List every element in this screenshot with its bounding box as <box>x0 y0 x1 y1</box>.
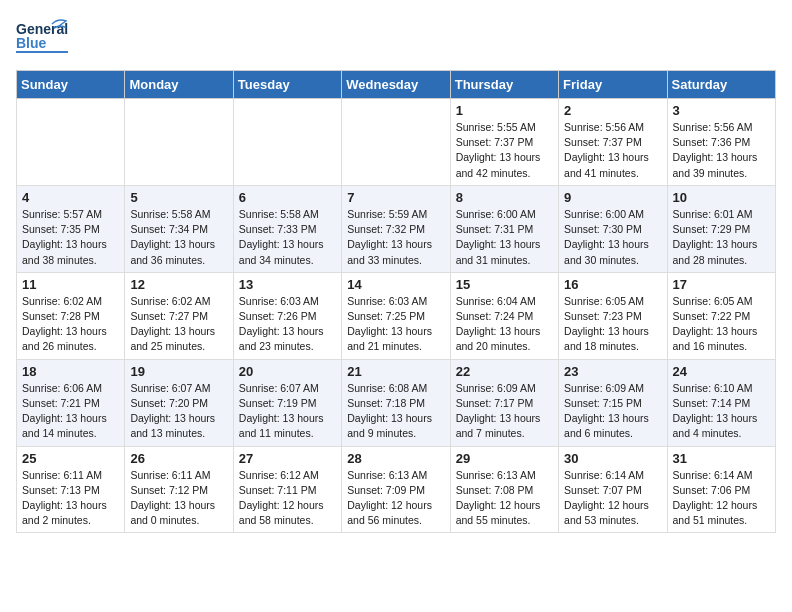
day-number: 19 <box>130 364 227 379</box>
day-info: Sunrise: 6:00 AM Sunset: 7:31 PM Dayligh… <box>456 207 553 268</box>
day-cell-2: 2Sunrise: 5:56 AM Sunset: 7:37 PM Daylig… <box>559 99 667 186</box>
day-info: Sunrise: 6:05 AM Sunset: 7:23 PM Dayligh… <box>564 294 661 355</box>
day-number: 4 <box>22 190 119 205</box>
day-cell-13: 13Sunrise: 6:03 AM Sunset: 7:26 PM Dayli… <box>233 272 341 359</box>
day-cell-19: 19Sunrise: 6:07 AM Sunset: 7:20 PM Dayli… <box>125 359 233 446</box>
day-cell-18: 18Sunrise: 6:06 AM Sunset: 7:21 PM Dayli… <box>17 359 125 446</box>
day-number: 8 <box>456 190 553 205</box>
day-cell-3: 3Sunrise: 5:56 AM Sunset: 7:36 PM Daylig… <box>667 99 775 186</box>
day-info: Sunrise: 6:13 AM Sunset: 7:09 PM Dayligh… <box>347 468 444 529</box>
day-cell-8: 8Sunrise: 6:00 AM Sunset: 7:31 PM Daylig… <box>450 185 558 272</box>
day-cell-23: 23Sunrise: 6:09 AM Sunset: 7:15 PM Dayli… <box>559 359 667 446</box>
day-number: 2 <box>564 103 661 118</box>
day-number: 1 <box>456 103 553 118</box>
day-number: 22 <box>456 364 553 379</box>
day-info: Sunrise: 5:58 AM Sunset: 7:34 PM Dayligh… <box>130 207 227 268</box>
day-info: Sunrise: 6:05 AM Sunset: 7:22 PM Dayligh… <box>673 294 770 355</box>
week-row-1: 1Sunrise: 5:55 AM Sunset: 7:37 PM Daylig… <box>17 99 776 186</box>
day-info: Sunrise: 5:57 AM Sunset: 7:35 PM Dayligh… <box>22 207 119 268</box>
day-info: Sunrise: 6:03 AM Sunset: 7:25 PM Dayligh… <box>347 294 444 355</box>
weekday-header-monday: Monday <box>125 71 233 99</box>
day-number: 6 <box>239 190 336 205</box>
day-number: 15 <box>456 277 553 292</box>
day-info: Sunrise: 5:55 AM Sunset: 7:37 PM Dayligh… <box>456 120 553 181</box>
day-number: 29 <box>456 451 553 466</box>
weekday-header-friday: Friday <box>559 71 667 99</box>
day-cell-10: 10Sunrise: 6:01 AM Sunset: 7:29 PM Dayli… <box>667 185 775 272</box>
day-number: 5 <box>130 190 227 205</box>
day-info: Sunrise: 6:07 AM Sunset: 7:19 PM Dayligh… <box>239 381 336 442</box>
page-header: General Blue <box>16 16 776 58</box>
day-cell-21: 21Sunrise: 6:08 AM Sunset: 7:18 PM Dayli… <box>342 359 450 446</box>
day-info: Sunrise: 5:58 AM Sunset: 7:33 PM Dayligh… <box>239 207 336 268</box>
day-number: 26 <box>130 451 227 466</box>
day-number: 13 <box>239 277 336 292</box>
day-info: Sunrise: 6:06 AM Sunset: 7:21 PM Dayligh… <box>22 381 119 442</box>
day-cell-5: 5Sunrise: 5:58 AM Sunset: 7:34 PM Daylig… <box>125 185 233 272</box>
calendar-table: SundayMondayTuesdayWednesdayThursdayFrid… <box>16 70 776 533</box>
day-cell-4: 4Sunrise: 5:57 AM Sunset: 7:35 PM Daylig… <box>17 185 125 272</box>
day-info: Sunrise: 6:13 AM Sunset: 7:08 PM Dayligh… <box>456 468 553 529</box>
day-info: Sunrise: 6:04 AM Sunset: 7:24 PM Dayligh… <box>456 294 553 355</box>
logo-icon: General Blue <box>16 16 68 58</box>
week-row-3: 11Sunrise: 6:02 AM Sunset: 7:28 PM Dayli… <box>17 272 776 359</box>
day-info: Sunrise: 5:56 AM Sunset: 7:37 PM Dayligh… <box>564 120 661 181</box>
week-row-5: 25Sunrise: 6:11 AM Sunset: 7:13 PM Dayli… <box>17 446 776 533</box>
week-row-2: 4Sunrise: 5:57 AM Sunset: 7:35 PM Daylig… <box>17 185 776 272</box>
day-cell-20: 20Sunrise: 6:07 AM Sunset: 7:19 PM Dayli… <box>233 359 341 446</box>
day-info: Sunrise: 5:59 AM Sunset: 7:32 PM Dayligh… <box>347 207 444 268</box>
day-cell-11: 11Sunrise: 6:02 AM Sunset: 7:28 PM Dayli… <box>17 272 125 359</box>
day-info: Sunrise: 6:14 AM Sunset: 7:06 PM Dayligh… <box>673 468 770 529</box>
day-info: Sunrise: 6:01 AM Sunset: 7:29 PM Dayligh… <box>673 207 770 268</box>
day-info: Sunrise: 6:02 AM Sunset: 7:27 PM Dayligh… <box>130 294 227 355</box>
day-cell-31: 31Sunrise: 6:14 AM Sunset: 7:06 PM Dayli… <box>667 446 775 533</box>
day-number: 17 <box>673 277 770 292</box>
day-info: Sunrise: 6:11 AM Sunset: 7:12 PM Dayligh… <box>130 468 227 529</box>
day-number: 27 <box>239 451 336 466</box>
day-number: 7 <box>347 190 444 205</box>
weekday-header-saturday: Saturday <box>667 71 775 99</box>
day-info: Sunrise: 5:56 AM Sunset: 7:36 PM Dayligh… <box>673 120 770 181</box>
day-number: 12 <box>130 277 227 292</box>
day-number: 3 <box>673 103 770 118</box>
day-number: 21 <box>347 364 444 379</box>
weekday-header-wednesday: Wednesday <box>342 71 450 99</box>
day-cell-1: 1Sunrise: 5:55 AM Sunset: 7:37 PM Daylig… <box>450 99 558 186</box>
day-cell-16: 16Sunrise: 6:05 AM Sunset: 7:23 PM Dayli… <box>559 272 667 359</box>
day-cell-26: 26Sunrise: 6:11 AM Sunset: 7:12 PM Dayli… <box>125 446 233 533</box>
day-info: Sunrise: 6:02 AM Sunset: 7:28 PM Dayligh… <box>22 294 119 355</box>
day-number: 31 <box>673 451 770 466</box>
day-cell-7: 7Sunrise: 5:59 AM Sunset: 7:32 PM Daylig… <box>342 185 450 272</box>
day-cell-25: 25Sunrise: 6:11 AM Sunset: 7:13 PM Dayli… <box>17 446 125 533</box>
day-number: 28 <box>347 451 444 466</box>
day-info: Sunrise: 6:14 AM Sunset: 7:07 PM Dayligh… <box>564 468 661 529</box>
day-number: 18 <box>22 364 119 379</box>
day-number: 30 <box>564 451 661 466</box>
day-info: Sunrise: 6:10 AM Sunset: 7:14 PM Dayligh… <box>673 381 770 442</box>
day-number: 20 <box>239 364 336 379</box>
day-number: 23 <box>564 364 661 379</box>
day-cell-29: 29Sunrise: 6:13 AM Sunset: 7:08 PM Dayli… <box>450 446 558 533</box>
weekday-header-thursday: Thursday <box>450 71 558 99</box>
day-info: Sunrise: 6:09 AM Sunset: 7:15 PM Dayligh… <box>564 381 661 442</box>
day-cell-27: 27Sunrise: 6:12 AM Sunset: 7:11 PM Dayli… <box>233 446 341 533</box>
day-info: Sunrise: 6:08 AM Sunset: 7:18 PM Dayligh… <box>347 381 444 442</box>
day-cell-28: 28Sunrise: 6:13 AM Sunset: 7:09 PM Dayli… <box>342 446 450 533</box>
day-number: 16 <box>564 277 661 292</box>
day-number: 10 <box>673 190 770 205</box>
day-cell-12: 12Sunrise: 6:02 AM Sunset: 7:27 PM Dayli… <box>125 272 233 359</box>
day-cell-22: 22Sunrise: 6:09 AM Sunset: 7:17 PM Dayli… <box>450 359 558 446</box>
day-cell-14: 14Sunrise: 6:03 AM Sunset: 7:25 PM Dayli… <box>342 272 450 359</box>
day-info: Sunrise: 6:09 AM Sunset: 7:17 PM Dayligh… <box>456 381 553 442</box>
day-info: Sunrise: 6:07 AM Sunset: 7:20 PM Dayligh… <box>130 381 227 442</box>
day-info: Sunrise: 6:11 AM Sunset: 7:13 PM Dayligh… <box>22 468 119 529</box>
weekday-header-tuesday: Tuesday <box>233 71 341 99</box>
empty-cell <box>125 99 233 186</box>
weekday-header-row: SundayMondayTuesdayWednesdayThursdayFrid… <box>17 71 776 99</box>
empty-cell <box>342 99 450 186</box>
day-number: 24 <box>673 364 770 379</box>
svg-text:Blue: Blue <box>16 35 47 51</box>
day-cell-9: 9Sunrise: 6:00 AM Sunset: 7:30 PM Daylig… <box>559 185 667 272</box>
day-number: 14 <box>347 277 444 292</box>
empty-cell <box>233 99 341 186</box>
